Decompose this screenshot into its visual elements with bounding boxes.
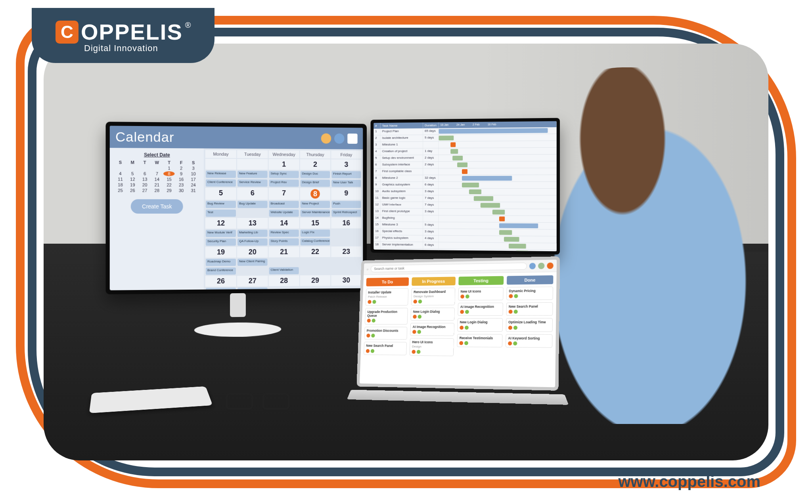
- calendar-event[interactable]: Broadcast: [269, 201, 299, 208]
- calendar-event[interactable]: Story Points: [269, 239, 299, 246]
- mini-cal-day[interactable]: 21: [151, 182, 163, 187]
- calendar-event[interactable]: Server Maintenance: [301, 210, 330, 217]
- create-task-button[interactable]: Create Task: [131, 199, 183, 214]
- mini-cal-day[interactable]: 26: [127, 188, 138, 193]
- mini-cal-day[interactable]: 16: [176, 177, 187, 182]
- avatar-1-icon[interactable]: [529, 263, 536, 269]
- profile-icon[interactable]: [334, 133, 344, 143]
- week-date-cell[interactable]: 30: [331, 275, 361, 286]
- calendar-event[interactable]: QA Confidential: [237, 287, 268, 290]
- gantt-row[interactable]: 10Audio subsystem3 days: [373, 189, 557, 195]
- calendar-event[interactable]: Client Validation: [269, 267, 299, 274]
- week-date-cell[interactable]: 5: [205, 188, 236, 200]
- calendar-event[interactable]: Design Brief: [301, 179, 330, 187]
- kanban-card[interactable]: New Login Dialog: [457, 318, 503, 332]
- calendar-event[interactable]: New Client Pairing: [237, 259, 268, 266]
- mini-cal-day[interactable]: 10: [188, 172, 199, 176]
- week-date-cell[interactable]: 15: [300, 218, 331, 229]
- mini-cal-day[interactable]: [127, 166, 138, 170]
- calendar-event[interactable]: Marketing Lib: [237, 230, 268, 237]
- gantt-row[interactable]: 13First client prototype3 days: [373, 208, 557, 216]
- calendar-event[interactable]: Catalog Conference: [301, 238, 330, 245]
- calendar-event[interactable]: Review Spec: [269, 230, 299, 237]
- week-date-cell[interactable]: 6: [237, 188, 268, 200]
- mini-cal-day[interactable]: 6: [139, 171, 151, 176]
- gantt-bar[interactable]: [450, 142, 456, 147]
- calendar-event[interactable]: Service Review: [237, 179, 268, 187]
- search-input[interactable]: [371, 263, 527, 272]
- week-date-cell[interactable]: 13: [237, 218, 268, 229]
- calendar-event[interactable]: Diary Branch Merge: [206, 288, 236, 290]
- week-date-cell[interactable]: 21: [269, 246, 299, 257]
- kanban-card[interactable]: Installer UpdatePatch Release: [366, 288, 409, 305]
- kanban-card[interactable]: New Search Panel: [506, 302, 553, 316]
- calendar-event[interactable]: Roadmap Demo: [206, 259, 236, 266]
- calendar-event[interactable]: New Module Verif: [206, 230, 236, 237]
- gantt-bar[interactable]: [439, 128, 548, 134]
- gantt-row[interactable]: 4Creation of project1 day: [373, 148, 557, 155]
- calendar-event[interactable]: New Feature: [237, 171, 268, 178]
- mini-cal-day[interactable]: 4: [115, 171, 126, 176]
- mini-cal-day[interactable]: 27: [139, 188, 151, 193]
- grid-view-icon[interactable]: [347, 134, 357, 144]
- calendar-event[interactable]: Sprint Retrospect: [331, 210, 361, 217]
- avatar-2-icon[interactable]: [538, 263, 544, 269]
- kanban-card[interactable]: AI Image Recognition: [410, 323, 454, 336]
- mini-cal-day[interactable]: 3: [188, 166, 199, 170]
- kanban-card[interactable]: New Search Panel: [364, 342, 407, 355]
- kanban-card[interactable]: Receive Testimonials: [457, 334, 502, 347]
- calendar-event[interactable]: Push: [331, 201, 361, 208]
- gantt-bar[interactable]: [462, 176, 512, 181]
- gantt-row[interactable]: 7First compilable class: [373, 168, 557, 175]
- mini-cal-day[interactable]: 9: [176, 171, 187, 176]
- gantt-row[interactable]: 6Subsystem interface2 days: [373, 161, 557, 168]
- kanban-card[interactable]: Dynamic Pricing: [506, 286, 553, 300]
- gantt-bar[interactable]: [439, 136, 454, 140]
- mini-cal-day[interactable]: 18: [115, 182, 126, 187]
- week-date-cell[interactable]: [205, 159, 236, 170]
- mini-cal-day[interactable]: 11: [115, 177, 126, 181]
- gantt-bar[interactable]: [469, 189, 482, 194]
- kanban-card[interactable]: New UI Icons: [458, 287, 504, 301]
- mini-cal-day[interactable]: 1: [163, 166, 175, 170]
- gantt-row[interactable]: 11Basic game logic7 days: [373, 195, 557, 202]
- mini-cal-day[interactable]: 29: [163, 188, 175, 193]
- week-date-cell[interactable]: 12: [205, 218, 236, 229]
- mini-cal-day[interactable]: 19: [127, 182, 138, 187]
- calendar-event[interactable]: Client Conference: [206, 179, 236, 187]
- mini-cal-day[interactable]: 22: [163, 183, 175, 187]
- mini-cal-day[interactable]: 17: [188, 177, 199, 182]
- week-date-cell[interactable]: 22: [300, 246, 331, 257]
- gantt-row[interactable]: 12User interface7 days: [373, 202, 557, 209]
- gantt-row[interactable]: 5Setup dev environment2 days: [373, 155, 557, 162]
- kanban-card[interactable]: New Login Dialog: [410, 307, 455, 321]
- week-date-cell[interactable]: 7: [269, 188, 299, 200]
- calendar-event[interactable]: Test: [206, 210, 236, 217]
- mini-cal-day[interactable]: 8: [163, 171, 175, 176]
- gantt-bar[interactable]: [453, 156, 463, 160]
- gantt-bar[interactable]: [450, 149, 459, 154]
- week-date-cell[interactable]: [237, 159, 268, 170]
- calendar-event[interactable]: Security Plan: [206, 239, 236, 246]
- mini-cal-day[interactable]: 2: [176, 166, 187, 170]
- calendar-event[interactable]: Bug Review: [206, 201, 236, 208]
- calendar-event[interactable]: Logic Fix: [301, 230, 330, 237]
- week-date-cell[interactable]: 27: [237, 275, 268, 286]
- gantt-bar[interactable]: [462, 169, 468, 174]
- week-date-cell[interactable]: 29: [300, 275, 331, 286]
- kanban-card[interactable]: Promotion Discounts: [364, 327, 407, 340]
- week-date-cell[interactable]: 9: [331, 188, 361, 200]
- calendar-event[interactable]: Brand Conference: [206, 267, 236, 275]
- gantt-bar[interactable]: [516, 250, 529, 251]
- calendar-event[interactable]: Bug Update: [237, 201, 268, 208]
- mini-cal-day[interactable]: 20: [139, 182, 151, 187]
- kanban-card[interactable]: Hero UI IconsDesign: [410, 338, 454, 356]
- gantt-bar[interactable]: [481, 203, 500, 208]
- week-date-cell[interactable]: 2: [300, 159, 331, 170]
- mini-cal-day[interactable]: 25: [115, 188, 126, 193]
- gantt-bar[interactable]: [509, 244, 527, 248]
- gantt-bar[interactable]: [499, 216, 505, 221]
- avatar-3-icon[interactable]: [547, 262, 553, 269]
- calendar-event[interactable]: New Release: [206, 171, 236, 178]
- week-date-cell[interactable]: 16: [331, 218, 361, 229]
